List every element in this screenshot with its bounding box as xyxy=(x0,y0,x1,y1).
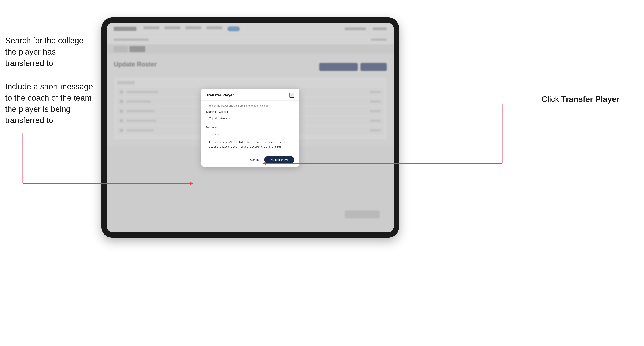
message-label: Message xyxy=(206,126,294,128)
modal-close-button[interactable]: × xyxy=(290,93,294,98)
annotation-right: Click Transfer Player xyxy=(542,94,620,104)
search-college-label: Search for College xyxy=(206,110,294,113)
annotation-text-bottom: Include a short message to the coach of … xyxy=(5,81,96,126)
cancel-button[interactable]: Cancel xyxy=(248,157,262,163)
modal-overlay: Transfer Player × Transfer the player an… xyxy=(107,23,394,232)
modal-header: Transfer Player × xyxy=(201,89,299,101)
transfer-player-modal: Transfer Player × Transfer the player an… xyxy=(201,89,299,167)
annotation-right-text: Click Transfer Player xyxy=(542,95,620,104)
annotation-left: Search for the college the player has tr… xyxy=(5,35,96,126)
modal-subtitle: Transfer the player and their profile to… xyxy=(206,104,294,107)
modal-body: Transfer the player and their profile to… xyxy=(201,101,299,153)
ipad-screen: Update Roster xyxy=(107,23,394,232)
message-textarea[interactable] xyxy=(206,130,294,148)
transfer-player-button[interactable]: Transfer Player xyxy=(264,156,294,164)
annotation-text-top: Search for the college the player has tr… xyxy=(5,35,96,69)
search-college-input[interactable] xyxy=(206,115,294,122)
modal-title: Transfer Player xyxy=(206,93,234,98)
modal-footer: Cancel Transfer Player xyxy=(201,153,299,167)
ipad-frame: Update Roster xyxy=(102,17,399,238)
